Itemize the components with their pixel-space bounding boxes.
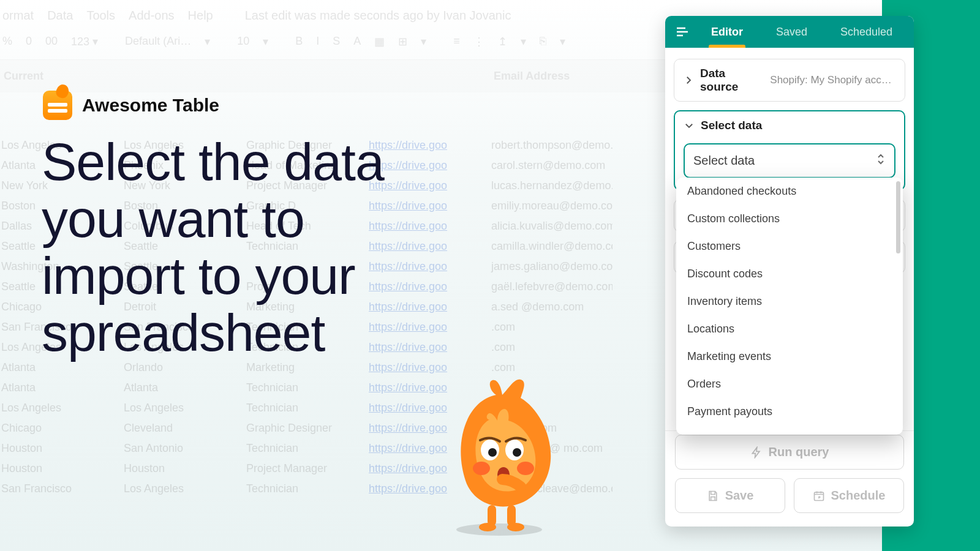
scrollbar-thumb[interactable] [896, 181, 900, 253]
select-data-dropdown[interactable]: Select data [684, 143, 895, 178]
mascot-illustration [429, 377, 570, 536]
svg-rect-9 [507, 505, 516, 526]
tab-editor[interactable]: Editor [705, 17, 749, 47]
run-query-button[interactable]: Run query [675, 435, 904, 470]
option-discount-codes[interactable]: Discount codes [676, 260, 900, 288]
calendar-icon [813, 490, 825, 502]
svg-point-0 [456, 523, 542, 536]
headline: Select the data you want to import to yo… [42, 133, 446, 361]
option-payment-payouts[interactable]: Payment payouts [676, 398, 900, 425]
bolt-icon [750, 446, 763, 459]
panel-tabs: Editor Saved Scheduled [695, 17, 909, 47]
option-orders[interactable]: Orders [676, 370, 900, 398]
option-price-rules[interactable]: Price rules [676, 425, 900, 435]
save-button[interactable]: Save [675, 478, 785, 513]
option-marketing-events[interactable]: Marketing events [676, 343, 900, 370]
option-customers[interactable]: Customers [676, 233, 900, 260]
data-source-card[interactable]: Data source Shopify: My Shopify account [674, 59, 905, 102]
option-locations[interactable]: Locations [676, 315, 900, 343]
tab-scheduled[interactable]: Scheduled [834, 17, 899, 47]
save-icon [707, 490, 719, 502]
brand-name: Awesome Table [82, 95, 219, 116]
select-data-options: Abandoned checkoutsCustom collectionsCus… [676, 178, 903, 435]
connector-panel: Editor Saved Scheduled Data source Shopi… [665, 16, 914, 527]
select-data-label: Select data [701, 119, 762, 132]
option-inventory-items[interactable]: Inventory items [676, 288, 900, 315]
svg-point-6 [513, 448, 521, 457]
svg-rect-8 [488, 505, 496, 526]
panel-footer: Run query Save Schedule [665, 430, 914, 527]
chevron-right-icon [683, 75, 694, 86]
data-source-value: Shopify: My Shopify account [770, 74, 896, 86]
svg-point-2 [517, 462, 534, 475]
option-abandoned-checkouts[interactable]: Abandoned checkouts [676, 178, 900, 205]
svg-point-11 [507, 523, 524, 531]
brand-flame-icon [43, 91, 72, 120]
brand: Awesome Table [43, 91, 219, 120]
svg-point-5 [488, 448, 497, 457]
svg-point-10 [479, 523, 496, 531]
chevron-down-icon [684, 120, 695, 131]
select-updown-icon [876, 153, 886, 168]
tab-saved[interactable]: Saved [770, 17, 813, 47]
panel-header: Editor Saved Scheduled [665, 16, 914, 48]
data-source-label: Data source [700, 67, 764, 94]
svg-point-1 [473, 462, 490, 475]
schedule-button[interactable]: Schedule [794, 478, 904, 513]
select-data-placeholder: Select data [693, 154, 755, 168]
option-custom-collections[interactable]: Custom collections [676, 205, 900, 233]
menu-icon[interactable] [670, 20, 695, 44]
